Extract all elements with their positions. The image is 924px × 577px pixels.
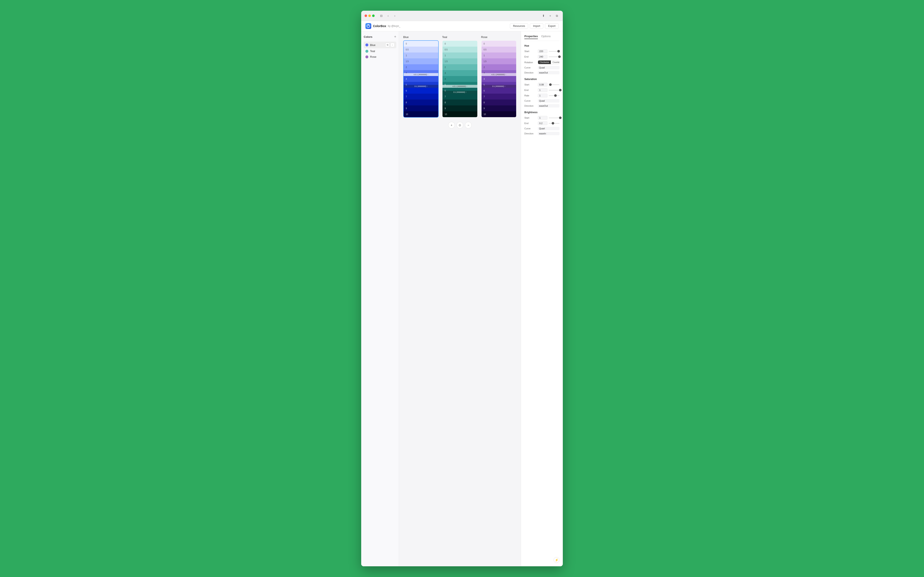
resources-button[interactable]: Resources (510, 23, 528, 29)
app-window: ⊟ ‹ › ⬆ + ⧉ ColorBox by @kvyn_ Resources… (361, 11, 563, 566)
app-logo: ColorBox by @kvyn_ (365, 23, 400, 29)
swatch-blue-2: 2 (404, 64, 438, 70)
palette-teal-swatches: 0 0.5 1 1.5 2 3 4 5 4.5:1 (#000000) ↑ 6 (442, 40, 477, 118)
sat-end-value[interactable]: 1 (538, 88, 547, 92)
new-tab-icon[interactable]: + (548, 13, 553, 18)
sat-curve-value: Quad (538, 99, 560, 103)
duplicate-icon[interactable]: ⧉ (555, 13, 560, 18)
sidebar-toggle-icon[interactable]: ⊟ (379, 13, 384, 18)
palette-rose-name: Rose (481, 35, 517, 39)
sat-curve-row: Curve Quad (524, 99, 560, 103)
swatch-blue-6: 6 (404, 88, 438, 93)
sat-rate-slider[interactable] (549, 95, 560, 96)
swatch-teal-1: 1 (442, 53, 477, 58)
tab-options[interactable]: Options (541, 35, 551, 39)
bri-start-slider[interactable] (549, 118, 560, 118)
add-color-button[interactable]: + (394, 35, 396, 39)
swatch-blue-4: 4 (404, 76, 438, 82)
hue-curve-label: Curve (524, 66, 537, 69)
app-by: by @kvyn_ (388, 24, 400, 27)
appbar: ColorBox by @kvyn_ Resources Import Expo… (361, 21, 563, 31)
sat-start-slider[interactable] (549, 84, 560, 85)
traffic-lights (364, 15, 375, 17)
swatch-rose-7: 7 (482, 93, 516, 100)
palette-teal[interactable]: Teal 0 0.5 1 1.5 2 3 4 5 4.5:1 (#000000)… (442, 35, 477, 118)
tab-properties[interactable]: Properties (524, 35, 538, 39)
hue-end-value[interactable]: 240 (538, 55, 547, 59)
panel-tabs: Properties Options (524, 35, 560, 41)
bri-end-thumb[interactable] (551, 122, 554, 124)
sat-end-thumb[interactable] (559, 89, 561, 91)
saturation-title: Saturation (524, 78, 560, 81)
bri-start-thumb[interactable] (559, 116, 561, 119)
bri-curve-label: Curve (524, 127, 537, 130)
lightning-button[interactable]: ⚡ (553, 557, 560, 563)
swatch-teal-0: 0 (442, 41, 477, 47)
remove-palette-button[interactable]: − (465, 122, 472, 129)
bottom-controls: + ⊙ − (403, 122, 517, 129)
sidebar-title: Colors (364, 35, 373, 39)
palette-blue[interactable]: Blue 0 0.5 1 1.5 2 3 4.5:1 (#000000) ↑ 4 (403, 35, 439, 118)
sat-end-row: End 1 (524, 88, 560, 92)
contrast-label-teal-bottom: 3:1 (#000000) ↑ (442, 91, 477, 93)
hue-start-value[interactable]: 220 (538, 49, 547, 53)
properties-panel: Properties Options Hue Start 220 End 240 (521, 31, 563, 566)
swatch-teal-6: 6 3:1 (#000000) ↑ (442, 88, 477, 93)
share-icon[interactable]: ⬆ (541, 13, 546, 18)
palette-teal-name: Teal (442, 35, 477, 39)
hue-direction-label: Direction (524, 71, 537, 74)
add-palette-button[interactable]: + (448, 122, 455, 129)
swatch-rose-3: 3 4.5:1 (#000000) ↑ (482, 70, 516, 76)
rose-label: Rose (370, 55, 395, 58)
sat-end-slider[interactable] (549, 90, 560, 90)
clockwise-button[interactable]: Clockwise (538, 60, 551, 64)
swatch-blue-7: 7 (404, 93, 438, 100)
appbar-actions: Resources Import Export (510, 23, 559, 29)
hue-start-thumb[interactable] (557, 50, 560, 53)
sidebar-item-blue[interactable]: Blue ⧉ − (364, 42, 396, 48)
hue-direction-row: Direction easeOut (524, 71, 560, 74)
sat-rate-thumb[interactable] (554, 94, 557, 97)
hue-start-slider[interactable] (549, 51, 560, 52)
sat-direction-value: easeOut (538, 104, 560, 108)
bri-start-value[interactable]: 1 (538, 116, 547, 120)
sat-start-label: Start (524, 83, 537, 86)
copy-blue-button[interactable]: ⧉ (385, 43, 390, 47)
swatch-blue-8: 8 (404, 100, 438, 105)
swatch-teal-3: 3 (442, 70, 477, 76)
teal-label: Teal (370, 50, 395, 53)
export-button[interactable]: Export (545, 23, 559, 29)
hue-end-thumb[interactable] (558, 55, 561, 58)
swatch-rose-10: 10 (482, 111, 516, 117)
hue-end-slider[interactable] (549, 56, 560, 57)
target-button[interactable]: ⊙ (456, 122, 463, 129)
sidebar-item-teal[interactable]: Teal (364, 48, 396, 54)
swatch-teal-7: 7 (442, 93, 477, 100)
back-icon[interactable]: ‹ (385, 13, 390, 18)
blue-label: Blue (370, 44, 384, 47)
sidebar-item-rose[interactable]: Rose (364, 54, 396, 60)
contrast-label-blue-top: 4.5:1 (#000000) ↑ (404, 73, 438, 76)
bri-direction-label: Direction (524, 132, 537, 135)
maximize-button[interactable] (372, 15, 375, 17)
sat-start-thumb[interactable] (549, 83, 551, 86)
content-area: Blue 0 0.5 1 1.5 2 3 4.5:1 (#000000) ↑ 4 (399, 31, 521, 566)
remove-blue-button[interactable]: − (390, 43, 395, 47)
sat-rate-label: Rate (524, 94, 537, 97)
minimize-button[interactable] (368, 15, 371, 17)
forward-icon[interactable]: › (392, 13, 397, 18)
palette-rose[interactable]: Rose 0 0.5 1 1.5 2 3 4.5:1 (#000000) ↑ 4 (481, 35, 517, 118)
bri-end-slider[interactable] (549, 123, 560, 124)
hue-curve-value: Quad (538, 66, 560, 69)
rotation-buttons: Clockwise Counter (538, 60, 560, 64)
sat-start-value[interactable]: 0.08 (538, 83, 547, 87)
close-button[interactable] (364, 15, 367, 17)
counter-button[interactable]: Counter (551, 60, 560, 64)
swatch-blue-5: 5 3:1 (#000000) ↑ (404, 82, 438, 88)
swatch-blue-1: 1 (404, 53, 438, 58)
bri-end-value[interactable]: 0.2 (538, 121, 547, 125)
import-button[interactable]: Import (530, 23, 543, 29)
sat-rate-value[interactable]: 1 (538, 93, 547, 97)
hue-end-label: End (524, 55, 537, 58)
palettes-row: Blue 0 0.5 1 1.5 2 3 4.5:1 (#000000) ↑ 4 (403, 35, 517, 118)
